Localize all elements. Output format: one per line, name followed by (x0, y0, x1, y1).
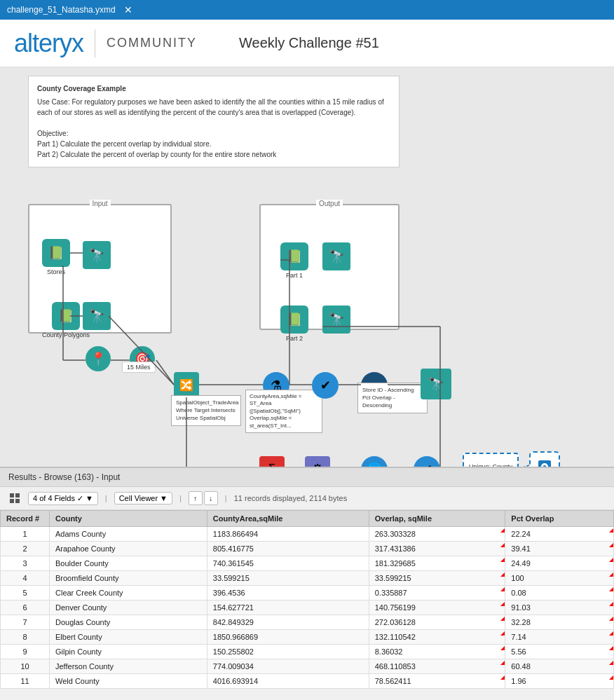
description-box: County Coverage Example Use Case: For re… (28, 76, 400, 167)
table-header-row: Record # County CountyArea,sqMile Overla… (1, 511, 614, 527)
logo: alteryx (14, 29, 83, 58)
cell-county: Denver County (50, 601, 207, 615)
community-label: COMMUNITY (107, 36, 197, 50)
desc-title: County Coverage Example (37, 83, 390, 94)
table-row: 4Broomfield County33.59921533.599215100 (1, 571, 614, 586)
cell-record: 6 (1, 601, 50, 615)
node-stores-browse[interactable]: 🔭 (83, 241, 111, 269)
cell-area: 805.416775 (207, 542, 369, 556)
formula-overlap-icon: ⚙ (305, 456, 330, 467)
table-row: 8Elbert County1850.966869132.1105427.14 (1, 630, 614, 645)
node-part2[interactable]: 📗 Part 2 (280, 306, 308, 342)
formula2-tooltip: CountyArea,sqMile = ST_Area ([SpatialObj… (245, 390, 322, 433)
node-part2-browse[interactable]: 🔭 (322, 306, 350, 334)
node-part1[interactable]: 📗 Part 1 (280, 242, 308, 279)
browse-unique-icon (529, 451, 560, 467)
logo-divider (95, 29, 95, 57)
node-formula-overlap[interactable]: ⚙ (305, 456, 330, 467)
node-unique[interactable]: Unique: County (463, 453, 519, 467)
cell-area: 1183.866494 (207, 527, 369, 542)
cell-overlap: 263.303328 (369, 527, 505, 542)
cell-county: Gilpin County (50, 645, 207, 659)
col-overlap: Overlap, sqMile (369, 511, 505, 527)
title-bar: challenge_51_Natasha.yxmd ✕ (0, 0, 614, 20)
node-spatial-match[interactable]: 🔀 (174, 372, 199, 397)
cell-area: 396.4536 (207, 586, 369, 601)
table-row: 5Clear Creek County396.45360.3358870.08 (1, 586, 614, 601)
app-header: alteryx COMMUNITY Weekly Challenge #51 (0, 20, 614, 67)
cell-viewer-dropdown[interactable]: Cell Viewer ▼ (114, 492, 172, 505)
table-row: 9Gilpin County150.2558028.360325.56 (1, 645, 614, 659)
cell-record: 2 (1, 542, 50, 556)
cell-county: Jefferson County (50, 659, 207, 674)
workflow-canvas: County Coverage Example Use Case: For re… (0, 67, 614, 467)
cell-overlap: 0.335887 (369, 586, 505, 601)
desc-part1: Part 1) Calculate the percent overlap by… (37, 139, 390, 149)
output-label: Output (316, 200, 343, 207)
formula-box-1: SpatialObject_TradeArea Where Target Int… (171, 395, 241, 426)
cell-area: 1850.966869 (207, 630, 369, 645)
summarize-icon: Σ (259, 456, 285, 467)
cell-area: 740.361545 (207, 556, 369, 571)
fields-label: 4 of 4 Fields (33, 494, 75, 502)
cell-record: 9 (1, 645, 50, 659)
table-row: 6Denver County154.627721140.75619991.03 (1, 601, 614, 615)
arrow-up-button[interactable]: ↑ (189, 491, 203, 505)
fields-checkmark: ✓ (77, 494, 83, 503)
col-record: Record # (1, 511, 50, 527)
node-spatial-sum[interactable]: 🌐 (361, 456, 388, 467)
cell-area: 150.255802 (207, 645, 369, 659)
node-browse-unique[interactable] (529, 451, 560, 467)
browse-final-icon: 🔭 (421, 369, 451, 399)
part2-icon: 📗 (280, 306, 308, 334)
buffer-icon: 📍 (86, 346, 111, 371)
node-part1-browse[interactable]: 🔭 (322, 242, 350, 270)
desc-use-case: Use Case: For regulatory purposes we hav… (37, 97, 390, 118)
cell-overlap: 33.599215 (369, 571, 505, 586)
desc-part2: Part 2) Calculate the percent of overlap… (37, 149, 390, 160)
toolbar-separator-1: | (105, 494, 107, 502)
cell-overlap: 140.756199 (369, 601, 505, 615)
arrow-down-button[interactable]: ↓ (204, 491, 218, 505)
table-row: 2Arapahoe County805.416775317.43138639.4… (1, 542, 614, 556)
cell-viewer-label: Cell Viewer (119, 494, 158, 502)
part2-label: Part 2 (286, 335, 303, 342)
grid-view-button[interactable] (7, 490, 22, 506)
node-check[interactable]: ✔ (312, 372, 339, 399)
cell-pct: 1.96 (505, 674, 614, 689)
node-county-browse[interactable]: 🔭 (83, 302, 111, 330)
county-label: County Polygons (42, 331, 90, 338)
cell-county: Clear Creek County (50, 586, 207, 601)
svg-rect-26 (15, 493, 20, 497)
table-row: 3Boulder County740.361545181.32968524.49 (1, 556, 614, 571)
check2-icon: ✔ (414, 456, 440, 467)
cell-pct: 24.49 (505, 556, 614, 571)
spatial-match-icon: 🔀 (174, 372, 199, 397)
toolbar-separator-3: | (225, 494, 227, 502)
county-browse-icon: 🔭 (83, 302, 111, 330)
navigation-arrows: ↑ ↓ (189, 491, 218, 505)
table-row: 10Jefferson County774.009034468.11085360… (1, 659, 614, 674)
desc-objective: Objective: (37, 128, 390, 139)
svg-line-8 (156, 360, 174, 385)
cell-county: Weld County (50, 674, 207, 689)
node-summarize[interactable]: Σ (259, 456, 285, 467)
node-buffer[interactable]: 📍 (86, 346, 111, 371)
cell-overlap: 317.431386 (369, 542, 505, 556)
cell-record: 7 (1, 615, 50, 630)
node-stores[interactable]: 📗 Stores (42, 239, 70, 275)
node-check2[interactable]: ✔ (414, 456, 440, 467)
close-tab-button[interactable]: ✕ (124, 4, 132, 15)
results-panel: Results - Browse (163) - Input 4 of 4 Fi… (0, 467, 614, 689)
col-pct: Pct Overlap (505, 511, 614, 527)
cell-county: Boulder County (50, 556, 207, 571)
cell-record: 1 (1, 527, 50, 542)
part1-label: Part 1 (286, 272, 303, 279)
cell-pct: 32.28 (505, 615, 614, 630)
fields-dropdown[interactable]: 4 of 4 Fields ✓ ▼ (28, 492, 98, 505)
col-county: County (50, 511, 207, 527)
node-browse-final[interactable]: 🔭 (421, 369, 451, 399)
unique-label: Unique: County (469, 463, 512, 467)
table-row: 7Douglas County842.849329272.03612832.28 (1, 615, 614, 630)
sort-box: Store ID - Ascending Pct Overlap - Desce… (357, 383, 428, 413)
